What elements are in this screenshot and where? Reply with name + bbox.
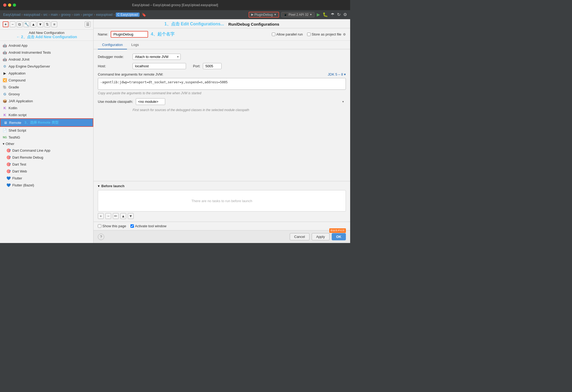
tab-logs[interactable]: Logs [127, 41, 143, 49]
show-this-page-checkbox[interactable] [98, 224, 101, 228]
config-item-compound[interactable]: 🔀 Compound [0, 77, 93, 84]
config-item-shell-script[interactable]: 📄 Shell Script [0, 127, 93, 134]
before-launch-add-button[interactable]: + [98, 213, 104, 219]
cmd-args-box[interactable]: -agentlib:jdwp=transport=dt_socket,serve… [98, 78, 346, 90]
config-item-dart-cmd[interactable]: 🎯 Dart Command Line App [0, 147, 93, 154]
host-label: Host: [98, 64, 130, 68]
config-item-testng[interactable]: NG TestNG [0, 134, 93, 141]
dart-web-icon: 🎯 [6, 169, 11, 173]
config-item-flutter-bazel[interactable]: 💙 Flutter (Bazel) [0, 182, 93, 189]
activate-tool-window-label[interactable]: Activate tool window [130, 224, 167, 228]
breadcrumb-com[interactable]: com [74, 13, 80, 17]
allow-parallel-run-label[interactable]: Allow parallel run [272, 32, 303, 36]
other-group-chevron: ▾ [3, 142, 5, 146]
store-as-project-file-checkbox[interactable] [307, 33, 311, 36]
cmd-args-section: Command line arguments for remote JVM: J… [98, 72, 346, 95]
module-classpath-select[interactable]: <no module> [136, 98, 165, 105]
config-item-android-instrumented[interactable]: 🤖 Android Instrumented Tests [0, 49, 93, 56]
port-input[interactable] [203, 63, 222, 69]
run-icon[interactable]: ▶ [317, 12, 320, 17]
main-content: + − ⧉ 🔧 ▲ ▼ ⇅ ≡ ☰ Add New Configuration … [0, 19, 350, 243]
config-item-gradle[interactable]: 🐘 Gradle [0, 84, 93, 91]
breadcrumb-pengxr[interactable]: pengxr [83, 13, 93, 17]
android-junit-icon: 🤖 [3, 57, 7, 61]
config-item-app-engine[interactable]: ⚙ App Engine DevAppServer [0, 63, 93, 70]
breadcrumb-main[interactable]: main [51, 13, 58, 17]
breadcrumb-src[interactable]: src [43, 13, 48, 17]
breadcrumb-easyupload3[interactable]: easyupload [96, 13, 113, 17]
host-input[interactable] [133, 63, 186, 69]
debugger-mode-select-wrapper: Attach to remote JVM [133, 54, 181, 60]
config-item-remote[interactable]: 🖥 Remote 3、选择 Remote 类型 [0, 118, 93, 127]
before-launch-section: ▾ Before launch There are no tasks to ru… [94, 181, 350, 222]
before-launch-chevron: ▾ [98, 184, 100, 188]
left-panel-toolbar: + − ⧉ 🔧 ▲ ▼ ⇅ ≡ ☰ [0, 19, 93, 30]
rerun-icon[interactable]: ↻ [337, 12, 341, 17]
no-tasks-text: There are no tasks to run before launch [191, 199, 252, 203]
config-item-dart-web[interactable]: 🎯 Dart Web [0, 168, 93, 175]
copy-configuration-button[interactable]: ⧉ [17, 21, 22, 27]
config-item-dart-test[interactable]: 🎯 Dart Test [0, 161, 93, 168]
config-item-label: Android App [9, 44, 28, 48]
before-launch-remove-button[interactable]: − [105, 213, 111, 219]
breadcrumb-class[interactable]: C EasyUpload [116, 13, 140, 17]
name-input[interactable] [111, 31, 148, 38]
jdk-link[interactable]: JDK 5 – 8 ▾ [328, 72, 346, 76]
coverage-icon[interactable]: ☂ [331, 12, 334, 17]
help-button[interactable]: ? [98, 234, 104, 240]
settings-button[interactable]: 🔧 [24, 21, 29, 27]
remove-configuration-button[interactable]: − [10, 21, 16, 27]
config-item-groovy[interactable]: G Groovy [0, 91, 93, 97]
minimize-button[interactable] [8, 3, 11, 7]
move-down-button[interactable]: ▼ [37, 21, 43, 27]
close-button[interactable] [3, 3, 6, 7]
store-as-project-file-label[interactable]: Store as project file ⚙ [307, 32, 346, 36]
activate-tool-window-checkbox[interactable] [130, 224, 134, 228]
add-configuration-button[interactable]: + [3, 21, 9, 27]
allow-parallel-run-checkbox[interactable] [272, 33, 275, 36]
config-list: 🤖 Android App 🤖 Android Instrumented Tes… [0, 41, 93, 243]
debugger-mode-select[interactable]: Attach to remote JVM [133, 54, 181, 60]
before-launch-edit-button[interactable]: ✏ [113, 213, 119, 219]
run-config-dropdown[interactable]: ▶ PluginDebug ▼ [249, 12, 279, 18]
right-panel: 1、点击 Edit Configurations... Run/Debug Co… [94, 19, 350, 243]
config-item-android-junit[interactable]: 🤖 Android JUnit [0, 56, 93, 63]
before-launch-move-down-button[interactable]: ▼ [128, 213, 134, 219]
config-item-android-app[interactable]: 🤖 Android App [0, 42, 93, 49]
config-item-jar-application[interactable]: 📦 JAR Application [0, 97, 93, 104]
config-item-label: Dart Remote Debug [12, 155, 43, 159]
config-item-label: Remote [9, 121, 21, 125]
config-item-flutter[interactable]: 💙 Flutter [0, 175, 93, 182]
debug-icon[interactable]: 🐛 [323, 12, 328, 17]
apply-button[interactable]: Apply [312, 233, 330, 240]
breadcrumb-easyupload2[interactable]: easyupload [24, 13, 40, 17]
breadcrumb-groovy[interactable]: groovy [61, 13, 71, 17]
sort-button[interactable]: ⇅ [44, 21, 50, 27]
config-item-kotlin-script[interactable]: K Kotlin script [0, 111, 93, 118]
jar-icon: 📦 [3, 99, 7, 103]
dialog-title-text: Run/Debug Configurations [228, 22, 279, 26]
android-app-icon: 🤖 [3, 43, 7, 48]
filter-button[interactable]: ≡ [51, 21, 57, 27]
collapse-button[interactable]: ☰ [85, 21, 91, 27]
config-item-label: App Engine DevAppServer [9, 64, 50, 68]
title-bar: EasyUpload – EasyUpload.groovy [EasyUplo… [0, 0, 350, 10]
move-up-button[interactable]: ▲ [30, 21, 36, 27]
config-item-label: Flutter (Bazel) [12, 183, 34, 187]
config-item-application[interactable]: ▶ Application [0, 70, 93, 77]
ok-button-wrapper: OK 掘金技术社区 [332, 233, 346, 240]
settings-icon[interactable]: ⚙ [343, 12, 347, 17]
show-this-page-label[interactable]: Show this page [98, 224, 126, 228]
maximize-button[interactable] [13, 3, 16, 7]
before-launch-move-up-button[interactable]: ▲ [120, 213, 126, 219]
config-item-kotlin[interactable]: K Kotlin [0, 104, 93, 111]
config-item-dart-remote[interactable]: 🎯 Dart Remote Debug [0, 154, 93, 161]
breadcrumb-easyupload[interactable]: EasyUpload [3, 13, 21, 17]
cancel-button[interactable]: Cancel [290, 233, 310, 240]
flutter-bazel-icon: 💙 [6, 183, 11, 187]
before-launch-header[interactable]: ▾ Before launch [98, 184, 346, 188]
other-group-header[interactable]: ▾ Other [0, 141, 93, 147]
device-dropdown[interactable]: 📱 Pixel 2 API 32 ▼ [281, 12, 315, 17]
tab-configuration[interactable]: Configuration [98, 41, 127, 49]
ok-button[interactable]: OK [332, 233, 346, 240]
